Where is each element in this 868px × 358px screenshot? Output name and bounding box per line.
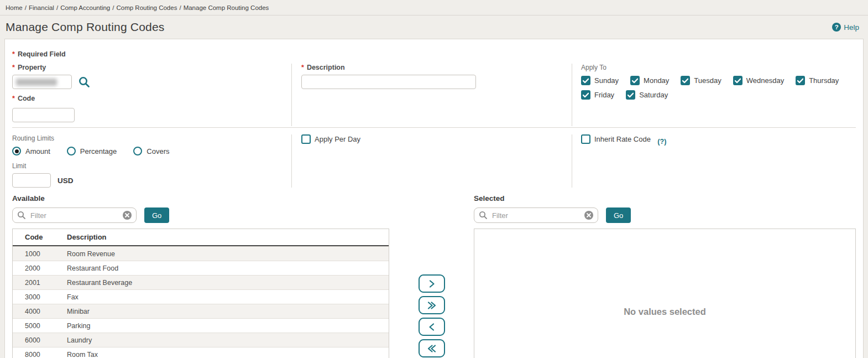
day-sunday: Sunday — [581, 76, 619, 85]
table-row[interactable]: 4000 Minibar — [13, 304, 389, 318]
routing-limits-column: Routing Limits Amount Percentage Covers … — [12, 134, 292, 188]
apply-per-day-label: Apply Per Day — [315, 135, 360, 143]
table-row[interactable]: 3000 Fax — [13, 289, 389, 304]
move-selected-left-button[interactable] — [419, 318, 445, 336]
cell-description: Minibar — [67, 308, 389, 315]
day-friday: Friday — [581, 90, 614, 100]
day-label: Thursday — [809, 76, 839, 85]
form-row-2: Routing Limits Amount Percentage Covers … — [12, 128, 856, 188]
selected-section: Selected Go No values selected — [474, 194, 856, 358]
day-tuesday: Tuesday — [681, 76, 721, 85]
double-chevron-left-icon — [426, 344, 437, 354]
radio-label: Percentage — [80, 147, 117, 155]
breadcrumb-item-comp-routing-codes[interactable]: Comp Routing Codes — [116, 4, 177, 11]
radio-label: Amount — [25, 147, 50, 155]
breadcrumb-item-current[interactable]: Manage Comp Routing Codes — [184, 4, 269, 11]
routing-limit-amount: Amount — [12, 147, 50, 155]
search-icon — [17, 211, 26, 222]
table-row[interactable]: 5000 Parking — [13, 318, 389, 333]
description-input[interactable] — [301, 75, 476, 89]
column-header-code: Code — [13, 233, 67, 241]
day-label: Monday — [644, 76, 669, 85]
description-column: *Description — [292, 64, 572, 126]
move-all-right-button[interactable] — [419, 296, 445, 314]
code-input[interactable] — [12, 108, 75, 122]
checkbox-sunday[interactable] — [581, 76, 590, 85]
cell-code: 8000 — [13, 351, 67, 358]
limit-input[interactable] — [12, 173, 51, 188]
available-table: Code Description 1000 Room Revenue 2000 … — [12, 229, 389, 358]
radio-percentage[interactable] — [67, 147, 76, 155]
inherit-rate-code-hint[interactable]: (?) — [657, 138, 666, 146]
day-label: Tuesday — [694, 76, 721, 85]
breadcrumb-item-comp-accounting[interactable]: Comp Accounting — [60, 4, 110, 11]
help-icon — [832, 23, 841, 32]
inherit-rate-code-label: Inherit Rate Code — [594, 135, 651, 143]
day-wednesday: Wednesday — [733, 76, 784, 85]
table-row[interactable]: 6000 Laundry — [13, 333, 389, 347]
cell-code: 6000 — [13, 336, 67, 344]
available-title: Available — [12, 194, 390, 203]
property-code-column: *Property *Code — [12, 64, 292, 126]
table-row[interactable]: 1000 Room Revenue — [13, 246, 389, 261]
required-asterisk: * — [301, 64, 304, 71]
cell-code: 5000 — [13, 322, 67, 330]
checkbox-wednesday[interactable] — [733, 76, 742, 85]
routing-limit-percentage: Percentage — [67, 147, 117, 155]
day-label: Sunday — [594, 76, 619, 85]
limit-label: Limit — [12, 162, 280, 170]
move-selected-right-button[interactable] — [419, 274, 445, 293]
required-asterisk: * — [12, 64, 15, 71]
empty-selection-message: No values selected — [624, 307, 706, 317]
apply-to-label: Apply To — [581, 64, 856, 71]
double-chevron-right-icon — [426, 300, 437, 310]
day-thursday: Thursday — [796, 76, 839, 85]
breadcrumb-item-home[interactable]: Home — [6, 4, 23, 11]
available-filter-clear-icon[interactable] — [123, 211, 132, 220]
checkbox-saturday[interactable] — [626, 90, 635, 100]
cell-description: Restaurant Beverage — [67, 279, 389, 287]
cell-code: 4000 — [13, 308, 67, 315]
cell-description: Laundry — [67, 336, 389, 344]
cell-description: Parking — [67, 322, 389, 330]
checkbox-inherit-rate-code[interactable] — [581, 134, 590, 144]
day-label: Friday — [594, 91, 614, 99]
checkbox-friday[interactable] — [581, 90, 590, 100]
chevron-right-icon — [427, 279, 436, 289]
inherit-rate-code: Inherit Rate Code — [581, 134, 651, 144]
cell-code: 2000 — [13, 264, 67, 272]
help-link[interactable]: Help — [832, 23, 859, 32]
cell-code: 1000 — [13, 250, 67, 258]
move-all-left-button[interactable] — [419, 339, 445, 357]
available-filter-input[interactable] — [12, 207, 137, 223]
table-row[interactable]: 2000 Restaurant Food — [13, 261, 389, 275]
available-filter-box — [12, 207, 137, 223]
checkbox-tuesday[interactable] — [681, 76, 690, 85]
checkbox-thursday[interactable] — [796, 76, 805, 85]
selected-filter-clear-icon[interactable] — [584, 211, 593, 220]
table-row[interactable]: 8000 Room Tax — [13, 347, 389, 358]
checkbox-apply-per-day[interactable] — [301, 134, 311, 144]
selected-filter-input[interactable] — [474, 207, 598, 223]
table-row[interactable]: 2001 Restaurant Beverage — [13, 275, 389, 289]
selected-go-button[interactable]: Go — [606, 207, 631, 223]
radio-amount[interactable] — [12, 147, 21, 155]
radio-covers[interactable] — [133, 147, 142, 155]
breadcrumb-item-financial[interactable]: Financial — [29, 4, 54, 11]
available-go-button[interactable]: Go — [144, 207, 169, 223]
day-saturday: Saturday — [626, 90, 668, 100]
breadcrumb-separator: / — [112, 4, 114, 11]
checkbox-monday[interactable] — [630, 76, 640, 85]
selected-list-panel: No values selected — [474, 229, 856, 358]
cell-description: Fax — [67, 293, 389, 301]
required-asterisk: * — [12, 50, 15, 58]
code-label: *Code — [12, 95, 280, 102]
description-label: *Description — [301, 64, 572, 71]
property-search-icon[interactable] — [78, 76, 91, 89]
cell-code: 2001 — [13, 279, 67, 287]
column-header-description: Description — [67, 233, 389, 241]
day-label: Saturday — [639, 91, 668, 99]
cell-description: Room Tax — [67, 351, 389, 358]
routing-limit-covers: Covers — [133, 147, 169, 155]
currency-label: USD — [57, 177, 74, 185]
